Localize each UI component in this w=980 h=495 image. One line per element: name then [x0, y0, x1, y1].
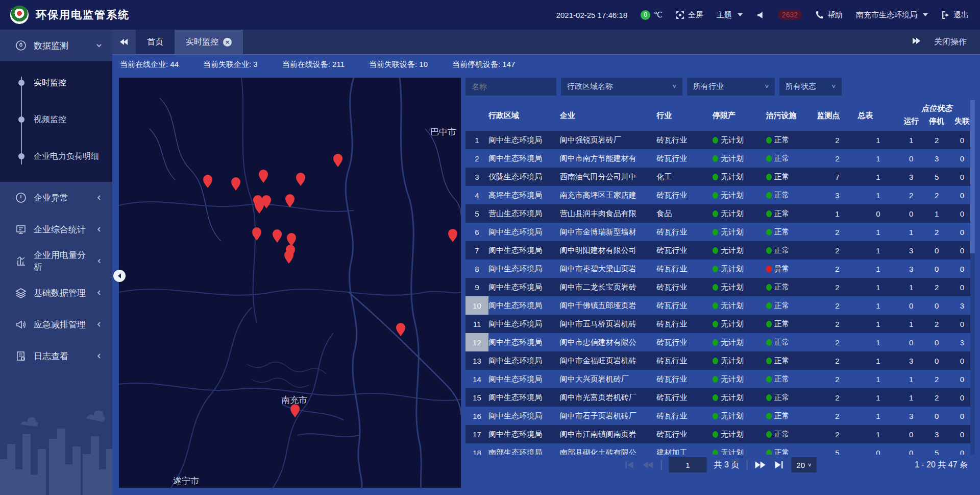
green-dot-icon	[766, 302, 772, 309]
row-limit-status: 无计划	[713, 204, 766, 223]
green-dot-icon	[713, 376, 718, 383]
row-points: 2	[817, 149, 858, 168]
row-company: 阆中明阳建材有限公司	[560, 241, 657, 260]
green-dot-icon	[766, 431, 772, 438]
row-limit-status: 无计划	[713, 241, 766, 260]
row-industry: 砖瓦行业	[656, 315, 713, 333]
row-limit-status: 无计划	[713, 351, 766, 370]
row-points: 2	[817, 315, 858, 333]
map-pin-icon[interactable]	[273, 229, 282, 243]
table-row[interactable]: 4高坪生态环境局南充市高坪区王家店建砖瓦行业无计划正常31220	[465, 186, 975, 204]
table-row[interactable]: 15阆中生态环境局阆中市光富页岩机砖厂砖瓦行业无计划正常21120	[465, 388, 975, 407]
sidebar-subitem-0[interactable]: 实时监控	[0, 64, 112, 101]
row-run: 3	[898, 168, 924, 186]
row-region: 阆中生态环境局	[488, 149, 560, 168]
table-row[interactable]: 9阆中生态环境局阆中市二龙长宝页岩砖砖瓦行业无计划正常21120	[465, 278, 975, 296]
green-dot-icon	[713, 155, 718, 162]
map-pin-icon[interactable]	[285, 194, 295, 207]
sidebar-subitem-1[interactable]: 视频监控	[0, 101, 112, 138]
row-industry: 砖瓦行业	[656, 407, 713, 425]
tab-0[interactable]: 首页	[136, 30, 175, 54]
sidebar-item-3[interactable]: 企业用电量分析	[0, 245, 112, 277]
tabs-scroll-right-button[interactable]	[912, 37, 921, 47]
table-row[interactable]: 5营山生态环境局营山县润丰肉食品有限食品无计划正常10010	[465, 204, 975, 223]
map-pin-icon[interactable]	[231, 177, 240, 191]
row-company: 阆中大兴页岩机砖厂	[560, 370, 657, 388]
table-row[interactable]: 1阆中生态环境局阆中强锐页岩砖厂砖瓦行业无计划正常21120	[465, 131, 975, 149]
map-pin-icon[interactable]	[296, 173, 305, 186]
table-row[interactable]: 17阆中生态环境局阆中市江南镇阆南页岩砖瓦行业无计划正常21030	[465, 425, 975, 443]
table-scrollbar[interactable]	[970, 100, 975, 455]
map-pin-icon[interactable]	[252, 227, 261, 241]
row-points: 2	[817, 407, 858, 425]
map-pin-icon[interactable]	[396, 323, 405, 336]
map-pin-icon[interactable]	[284, 250, 293, 264]
row-index: 1	[465, 131, 488, 149]
green-dot-icon	[766, 284, 772, 291]
map-pin-icon[interactable]	[259, 170, 268, 183]
green-dot-icon	[713, 431, 718, 438]
page-number-input[interactable]	[669, 457, 707, 473]
row-stop: 2	[924, 315, 949, 333]
tabs-scroll-left-button[interactable]	[112, 30, 136, 54]
help-button[interactable]: 帮助	[815, 10, 843, 20]
tab-bar: 首页实时监控× 关闭操作	[112, 30, 980, 55]
table-row[interactable]: 3仪陇生态环境局西南油气田分公司川中化工无计划正常71350	[465, 168, 975, 186]
table-row[interactable]: 16阆中生态环境局阆中市石子页岩机砖厂砖瓦行业无计划正常21300	[465, 407, 975, 425]
table-row[interactable]: 8阆中生态环境局阆中市枣碧大梁山页岩砖瓦行业无计划异常21300	[465, 260, 975, 278]
table-row[interactable]: 18南部生态环境局南部县砌化土砖有限公建材加工无计划正常50050	[465, 443, 975, 455]
sidebar-item-4[interactable]: 基础数据管理	[0, 277, 112, 309]
map-panel[interactable]: 巴中市南充市遂宁市	[119, 78, 461, 488]
status-stat-1: 当前失联企业: 3	[203, 60, 258, 69]
table-row[interactable]: 2阆中生态环境局阆中市南方节能建材有砖瓦行业无计划正常21030	[465, 149, 975, 168]
map-pin-icon[interactable]	[333, 154, 342, 167]
datetime: 2021-02-25 17:46:18	[556, 11, 627, 19]
map-pin-icon[interactable]	[287, 233, 296, 246]
name-search-input[interactable]	[465, 78, 556, 96]
map-pin-icon[interactable]	[203, 175, 212, 188]
last-page-button[interactable]	[773, 460, 784, 469]
first-page-button[interactable]	[624, 460, 635, 469]
table-row[interactable]: 12阆中生态环境局阆中市忠信建材有限公砖瓦行业无计划正常21003	[465, 333, 975, 351]
map-canvas[interactable]	[119, 78, 461, 489]
status-stat-0: 当前在线企业: 44	[120, 60, 179, 69]
notification-button[interactable]: 2632	[778, 10, 802, 20]
sidebar-item-5[interactable]: 应急减排管理	[0, 309, 112, 340]
page-size-select[interactable]: 20˅	[791, 457, 816, 473]
sidebar-item-0[interactable]: 数据监测	[0, 30, 112, 61]
row-points: 2	[817, 333, 858, 351]
logout-button[interactable]: 退出	[941, 10, 969, 20]
theme-menu[interactable]: 主题	[717, 10, 743, 20]
speaker-mute-button[interactable]	[756, 11, 765, 19]
industry-select[interactable]: 所有行业˅	[687, 78, 775, 96]
row-region: 阆中生态环境局	[488, 407, 560, 425]
org-label: 南充市生态环境局	[856, 10, 917, 20]
row-facility-status: 正常	[766, 186, 817, 204]
sidebar-item-1[interactable]: 企业异常	[0, 182, 112, 214]
table-row[interactable]: 7阆中生态环境局阆中明阳建材有限公司砖瓦行业无计划正常21300	[465, 241, 975, 260]
map-pin-icon[interactable]	[448, 229, 457, 242]
tab-close-icon[interactable]: ×	[223, 38, 232, 46]
table-row[interactable]: 13阆中生态环境局阆中市金福旺页岩机砖砖瓦行业无计划正常21300	[465, 351, 975, 370]
row-run: 0	[898, 425, 924, 443]
table-row[interactable]: 10阆中生态环境局阆中千佛镇五郎垭页岩砖瓦行业无计划正常21003	[465, 296, 975, 315]
sidebar-subitem-2[interactable]: 企业电力负荷明细	[0, 138, 112, 175]
org-user-menu[interactable]: 南充市生态环境局	[856, 10, 928, 20]
close-operations-menu[interactable]: 关闭操作	[934, 37, 967, 48]
table-row[interactable]: 11阆中生态环境局阆中市五马桥页岩机砖砖瓦行业无计划正常21120	[465, 315, 975, 333]
next-page-button[interactable]	[754, 460, 766, 469]
tab-1[interactable]: 实时监控×	[175, 30, 243, 54]
map-collapse-toggle[interactable]	[113, 270, 126, 282]
green-dot-icon	[713, 174, 718, 180]
sidebar-item-6[interactable]: 日志查看	[0, 340, 112, 372]
region-select[interactable]: 行政区域名称˅	[561, 78, 682, 96]
sidebar-item-2[interactable]: 企业综合统计	[0, 214, 112, 245]
table-row[interactable]: 14阆中生态环境局阆中大兴页岩机砖厂砖瓦行业无计划正常21120	[465, 370, 975, 388]
previous-page-button[interactable]	[643, 460, 654, 469]
fullscreen-button[interactable]: 全屏	[676, 10, 703, 20]
table-row[interactable]: 6阆中生态环境局阆中市金博瑞新型墙材砖瓦行业无计划正常21120	[465, 223, 975, 241]
chevron-left-icon	[96, 353, 102, 359]
status-select[interactable]: 所有状态˅	[779, 78, 842, 96]
row-company: 南充市高坪区王家店建	[560, 186, 657, 204]
row-stop: 0	[924, 260, 949, 278]
